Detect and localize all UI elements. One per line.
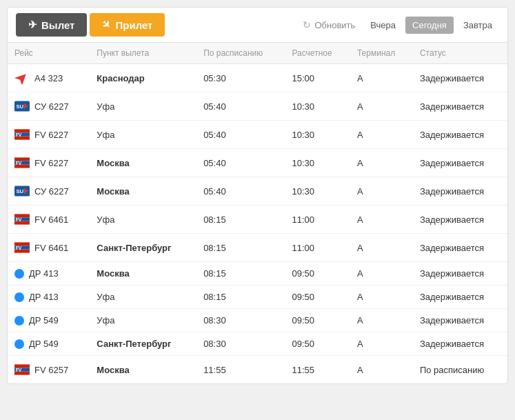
airline-icon: FV — [14, 155, 30, 170]
flight-number-text: ДР 413 — [29, 292, 59, 302]
scheduled-cell: 08:30 — [196, 332, 285, 356]
airline-icon: FV — [14, 240, 30, 255]
flight-number-text: ДР 413 — [29, 268, 59, 279]
airline-icon — [14, 339, 24, 349]
col-terminal: Терминал — [350, 43, 413, 64]
main-container: ✈ Вылет ✈ Прилет ↻ Обновить Вчера Сегодн… — [7, 7, 508, 384]
arrival-label: Прилет — [115, 19, 152, 31]
scheduled-cell: 08:15 — [196, 234, 285, 262]
departure-label: Вылет — [41, 19, 74, 31]
city-cell: Краснодар — [90, 64, 196, 92]
city-cell: Уфа — [90, 309, 196, 332]
airline-icon: SU — [14, 183, 30, 199]
status-cell: По расписанию — [413, 356, 507, 384]
svg-text:FV: FV — [16, 217, 22, 222]
city-cell: Уфа — [90, 121, 196, 149]
estimated-cell: 09:50 — [285, 309, 350, 332]
refresh-button[interactable]: ↻ Обновить — [297, 17, 361, 33]
status-cell: Задерживается — [413, 121, 507, 149]
flight-cell: FV FV 6257 — [8, 356, 90, 384]
city-cell: Уфа — [90, 286, 196, 309]
table-row: FV FV 6257Москва11:5511:55AПо расписанию — [8, 356, 507, 384]
city-cell: Уфа — [90, 206, 196, 234]
city-cell: Москва — [90, 356, 196, 384]
terminal-cell: A — [350, 286, 413, 309]
departure-plane-icon: ✈ — [28, 19, 37, 31]
flight-number-text: А4 323 — [34, 73, 63, 83]
status-cell: Задерживается — [413, 309, 507, 332]
table-row: FV FV 6461Уфа08:1511:00AЗадерживается — [8, 206, 507, 234]
svg-text:SU: SU — [17, 188, 24, 194]
estimated-cell: 10:30 — [285, 121, 350, 149]
status-cell: Задерживается — [413, 262, 507, 286]
estimated-cell: 09:50 — [285, 286, 350, 309]
flight-number: FV FV 6227 — [14, 155, 83, 170]
terminal-cell: A — [350, 234, 413, 262]
svg-marker-0 — [14, 72, 30, 84]
col-status: Статус — [413, 43, 507, 64]
estimated-cell: 15:00 — [285, 64, 350, 92]
today-button[interactable]: Сегодня — [405, 17, 454, 34]
city-cell: Уфа — [90, 92, 196, 121]
flights-table: Рейс Пункт вылета По расписанию Расчетно… — [8, 43, 507, 383]
table-header: Рейс Пункт вылета По расписанию Расчетно… — [8, 43, 507, 64]
estimated-cell: 10:30 — [285, 92, 350, 121]
scheduled-cell: 11:55 — [196, 356, 285, 384]
scheduled-cell: 05:40 — [196, 149, 285, 177]
terminal-cell: A — [350, 356, 413, 384]
arrival-tab[interactable]: ✈ Прилет — [90, 13, 165, 37]
terminal-cell: A — [350, 332, 413, 356]
flight-number: FV FV 6461 — [14, 212, 83, 227]
svg-text:FV: FV — [16, 368, 22, 372]
airline-icon: FV — [14, 127, 30, 142]
status-cell: Задерживается — [413, 92, 507, 121]
tomorrow-button[interactable]: Завтра — [456, 17, 499, 34]
departure-tab[interactable]: ✈ Вылет — [16, 13, 87, 37]
col-flight: Рейс — [8, 43, 90, 64]
scheduled-cell: 05:40 — [196, 177, 285, 206]
refresh-label: Обновить — [314, 20, 355, 30]
table-row: FV FV 6227Москва05:4010:30AЗадерживается — [8, 149, 507, 177]
flight-number: А4 323 — [14, 70, 83, 86]
flight-cell: SU СУ 6227 — [8, 177, 90, 206]
flight-cell: FV FV 6227 — [8, 149, 90, 177]
scheduled-cell: 05:30 — [196, 64, 285, 92]
city-cell: Москва — [90, 149, 196, 177]
terminal-cell: A — [350, 149, 413, 177]
airline-icon: FV — [14, 212, 30, 227]
yesterday-button[interactable]: Вчера — [363, 17, 403, 34]
col-estimated: Расчетное — [285, 43, 350, 64]
estimated-cell: 09:50 — [285, 332, 350, 356]
scheduled-cell: 08:15 — [196, 286, 285, 309]
estimated-cell: 11:00 — [285, 206, 350, 234]
flight-cell: А4 323 — [8, 64, 90, 92]
flight-number: FV FV 6227 — [14, 127, 83, 142]
flight-number-text: FV 6257 — [34, 365, 68, 375]
flight-cell: ДР 549 — [8, 332, 90, 356]
scheduled-cell: 08:30 — [196, 309, 285, 332]
terminal-cell: A — [350, 177, 413, 206]
table-row: FV FV 6227Уфа05:4010:30AЗадерживается — [8, 121, 507, 149]
table-row: ДР 413Москва08:1509:50AЗадерживается — [8, 262, 507, 286]
flight-cell: FV FV 6461 — [8, 234, 90, 262]
flight-number: SU СУ 6227 — [14, 99, 83, 114]
flight-number: ДР 413 — [14, 268, 83, 279]
flight-number-text: FV 6461 — [34, 243, 68, 253]
estimated-cell: 11:55 — [285, 356, 350, 384]
terminal-cell: A — [350, 121, 413, 149]
status-cell: Задерживается — [413, 149, 507, 177]
flight-cell: FV FV 6227 — [8, 121, 90, 149]
estimated-cell: 10:30 — [285, 177, 350, 206]
table-row: ДР 413Уфа08:1509:50AЗадерживается — [8, 286, 507, 309]
table-row: А4 323Краснодар05:3015:00AЗадерживается — [8, 64, 507, 92]
terminal-cell: A — [350, 206, 413, 234]
terminal-cell: A — [350, 262, 413, 286]
svg-text:FV: FV — [16, 161, 22, 166]
table-row: SU СУ 6227Уфа05:4010:30AЗадерживается — [8, 92, 507, 121]
city-cell: Москва — [90, 177, 196, 206]
flight-number: ДР 549 — [14, 315, 83, 326]
airline-icon — [14, 316, 24, 326]
svg-text:SU: SU — [17, 103, 24, 110]
flight-number-text: СУ 6227 — [34, 186, 69, 197]
estimated-cell: 09:50 — [285, 262, 350, 286]
